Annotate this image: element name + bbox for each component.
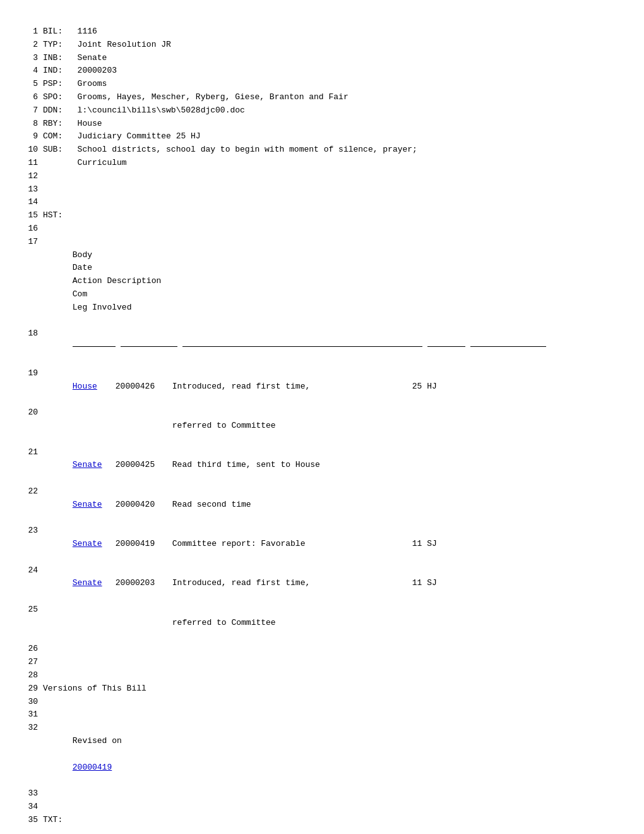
- line-content: PSP: Grooms: [43, 78, 619, 91]
- hst-label: HST:: [43, 210, 63, 220]
- bil-label: BIL:: [43, 27, 78, 36]
- line-32: 32 Revised on 20000419: [25, 722, 619, 787]
- line-35: 35 TXT:: [25, 814, 619, 827]
- history-date-22: 20000420: [116, 499, 172, 512]
- line-content: [43, 170, 619, 183]
- line-number: 5: [25, 78, 43, 91]
- history-body-senate-23[interactable]: Senate: [73, 538, 116, 551]
- line-16: 16: [25, 222, 619, 236]
- versions-label: Versions of This Bill: [43, 682, 619, 696]
- ddn-label: DDN:: [43, 106, 78, 115]
- line-2: 2 TYP: Joint Resolution JR: [25, 39, 619, 52]
- line-9: 9 COM: Judiciary Committee 25 HJ: [25, 130, 619, 143]
- history-action-24: Introduced, read first time,: [172, 577, 412, 590]
- line-33: 33: [25, 787, 619, 801]
- line-7: 7 DDN: l:\council\bills\swb\5028djc00.do…: [25, 104, 619, 118]
- line-28: 28: [25, 669, 619, 682]
- revised-label: Revised on: [73, 736, 122, 746]
- line-34: 34: [25, 801, 619, 814]
- line-number: 18: [25, 327, 43, 366]
- line-content: SPO: Grooms, Hayes, Mescher, Ryberg, Gie…: [43, 91, 619, 104]
- history-date-24: 20000203: [116, 577, 172, 590]
- line-number: 29: [25, 682, 43, 696]
- line-number: 24: [25, 564, 43, 603]
- line-14: 14: [25, 196, 619, 209]
- line-content: SUB: School districts, school day to beg…: [43, 143, 619, 157]
- line-11: 11 Curriculum: [25, 157, 619, 170]
- history-date-21: 20000425: [116, 459, 172, 472]
- line-content: INB: Senate: [43, 52, 619, 65]
- line-26: 26: [25, 643, 619, 656]
- line-24: 24 Senate20000203 Introduced, read first…: [25, 564, 619, 603]
- line-13: 13: [25, 183, 619, 196]
- history-action-21: Read third time, sent to House: [172, 459, 320, 472]
- line-number: 22: [25, 485, 43, 524]
- line-content: [43, 196, 619, 209]
- line-number: 31: [25, 708, 43, 722]
- line-number: 6: [25, 91, 43, 104]
- history-action-20-cont: referred to Committee: [172, 421, 276, 430]
- col-com-header: Com: [73, 288, 117, 301]
- line-8: 8 RBY: House: [25, 118, 619, 131]
- history-body-senate-24[interactable]: Senate: [73, 577, 116, 590]
- history-date-19: 20000426: [116, 380, 172, 394]
- line-number: 11: [25, 157, 43, 170]
- line-number: 33: [25, 787, 43, 801]
- line-content: RBY: House: [43, 118, 619, 131]
- line-number: 20: [25, 406, 43, 445]
- revised-link[interactable]: 20000419: [73, 763, 112, 772]
- line-content: BIL: 1116: [43, 25, 619, 39]
- com-label: COM:: [43, 131, 78, 141]
- line-number: 15: [25, 209, 43, 222]
- history-action-23: Committee report: Favorable: [172, 538, 412, 551]
- typ-label: TYP:: [43, 40, 78, 49]
- line-content: IND: 20000203: [43, 64, 619, 78]
- line-number: 13: [25, 183, 43, 196]
- line-4: 4 IND: 20000203: [25, 64, 619, 78]
- document-container: 1 BIL: 1116 2 TYP: Joint Resolution JR 3…: [25, 25, 619, 827]
- line-number: 19: [25, 367, 43, 406]
- line-20: 20 referred to Committee: [25, 406, 619, 445]
- history-com-23: 11 SJ: [412, 538, 456, 551]
- history-body-senate-22[interactable]: Senate: [73, 499, 116, 512]
- line-29: 29 Versions of This Bill: [25, 682, 619, 696]
- line-1: 1 BIL: 1116: [25, 25, 619, 39]
- line-number: 23: [25, 524, 43, 564]
- line-25: 25 referred to Committee: [25, 603, 619, 643]
- line-number: 2: [25, 39, 43, 52]
- line-number: 28: [25, 669, 43, 682]
- line-number: 35: [25, 814, 43, 827]
- line-15: 15 HST:: [25, 209, 619, 222]
- line-number: 3: [25, 52, 43, 65]
- line-21: 21 Senate20000425 Read third time, sent …: [25, 446, 619, 485]
- history-action-22: Read second time: [172, 499, 251, 512]
- line-27: 27: [25, 656, 619, 669]
- col-body-header: Body: [73, 249, 116, 262]
- psp-label: PSP:: [43, 79, 78, 88]
- line-30: 30: [25, 696, 619, 709]
- line-5: 5 PSP: Grooms: [25, 78, 619, 91]
- history-body-house[interactable]: House: [73, 380, 116, 394]
- txt-label: TXT:: [43, 814, 619, 827]
- line-number: 17: [25, 236, 43, 328]
- line-number: 1: [25, 25, 43, 39]
- line-18-divider: 18: [25, 327, 619, 366]
- line-number: 21: [25, 446, 43, 485]
- line-22: 22 Senate20000420 Read second time: [25, 485, 619, 524]
- line-number: 16: [25, 222, 43, 236]
- line-number: 25: [25, 603, 43, 643]
- line-content: DDN: l:\council\bills\swb\5028djc00.doc: [43, 104, 619, 118]
- line-number: 27: [25, 656, 43, 669]
- line-content: Curriculum: [43, 157, 619, 170]
- ind-label: IND:: [43, 66, 78, 75]
- history-com-24: 11 SJ: [412, 577, 456, 590]
- line-content: [43, 183, 619, 196]
- line-number: 10: [25, 143, 43, 157]
- inb-label: INB:: [43, 53, 78, 63]
- history-body-senate-21[interactable]: Senate: [73, 459, 116, 472]
- line-number: 34: [25, 801, 43, 814]
- line-23: 23 Senate20000419 Committee report: Favo…: [25, 524, 619, 564]
- line-content: COM: Judiciary Committee 25 HJ: [43, 130, 619, 143]
- line-19: 19 House20000426 Introduced, read first …: [25, 367, 619, 406]
- line-content: HST:: [43, 209, 619, 222]
